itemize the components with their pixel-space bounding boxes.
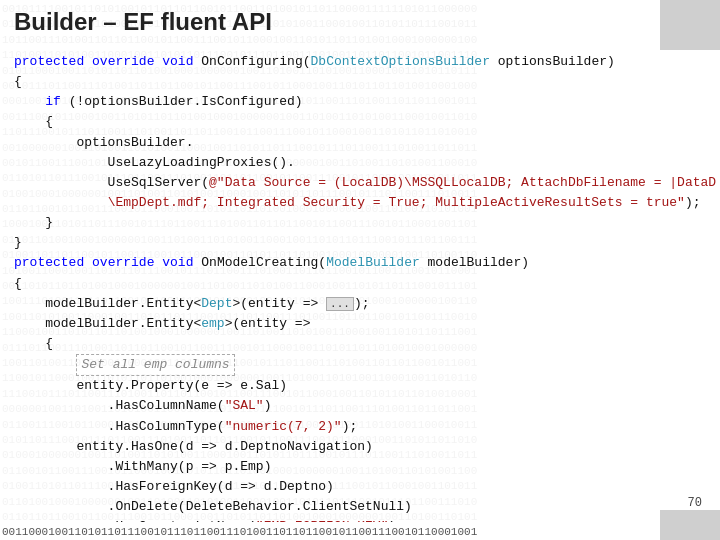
code-line-13: modelBuilder.Entity<emp>(entity => — [14, 314, 706, 334]
code-line-18: .HasColumnType("numeric(7, 2)"); — [14, 417, 706, 437]
main-container: Builder – EF fluent API protected overri… — [0, 0, 720, 540]
code-line-8: } — [14, 213, 706, 233]
code-line-7b: \EmpDept.mdf; Integrated Security = True… — [14, 193, 706, 213]
code-line-21: .WithMany(p => p.Emp) — [14, 457, 706, 477]
code-line-2: { — [14, 72, 706, 92]
code-line-23: .OnDelete(DeleteBehavior.ClientSetNull) — [14, 497, 706, 517]
code-line-17: .HasColumnName("SAL") — [14, 396, 706, 416]
decoration-bottom-right — [660, 510, 720, 540]
code-line-16: entity.Property(e => e.Sal) — [14, 376, 706, 396]
page-title: Builder – EF fluent API — [14, 8, 272, 35]
ellipsis-badge: ... — [326, 297, 354, 311]
code-line-4: { — [14, 112, 706, 132]
decoration-top-right — [660, 0, 720, 50]
code-area: protected override void OnConfiguring(Db… — [0, 42, 720, 522]
comment-box: Set all emp columns — [76, 354, 234, 376]
code-line-24: .HasConstraintName("EMP_FOREIGN_KEY"); — [14, 517, 706, 522]
code-line-5: optionsBuilder. — [14, 133, 706, 153]
code-line-14: { — [14, 334, 706, 354]
code-line-3: if (!optionsBuilder.IsConfigured) — [14, 92, 706, 112]
code-line-6: UseLazyLoadingProxies(). — [14, 153, 706, 173]
code-line-22: .HasForeignKey(d => d.Deptno) — [14, 477, 706, 497]
code-line-20: entity.HasOne(d => d.DeptnoNavigation) — [14, 437, 706, 457]
code-line-9: } — [14, 233, 706, 253]
code-line-7: UseSqlServer(@"Data Source = (LocalDB)\M… — [14, 173, 706, 193]
code-line-10: protected override void OnModelCreating(… — [14, 253, 706, 273]
code-line-11: { — [14, 274, 706, 294]
comment-line: Set all emp columns — [14, 354, 706, 376]
code-line-1: protected override void OnConfiguring(Db… — [14, 52, 706, 72]
code-line-12: modelBuilder.Entity<Dept>(entity => ...)… — [14, 294, 706, 314]
title-bar: Builder – EF fluent API — [0, 0, 720, 42]
